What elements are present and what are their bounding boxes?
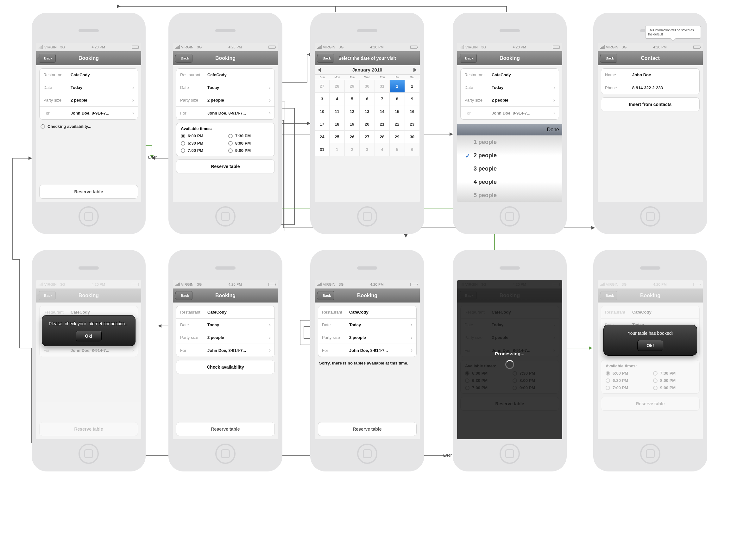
calendar-day[interactable]: 22 xyxy=(390,118,405,131)
calendar-day[interactable]: 6 xyxy=(360,93,374,105)
no-tables-message: Sorry, there is no tables available at t… xyxy=(318,360,417,367)
calendar-day[interactable]: 7 xyxy=(375,93,390,105)
calendar-day[interactable]: 26 xyxy=(345,131,360,143)
back-button[interactable]: Back xyxy=(175,54,192,63)
picker-option[interactable]: 1 people xyxy=(457,135,562,149)
calendar-day[interactable]: 9 xyxy=(405,93,420,105)
back-button[interactable]: Back xyxy=(317,291,334,300)
time-option[interactable]: 7:30 PM xyxy=(228,134,270,138)
calendar-day[interactable]: 19 xyxy=(345,118,360,131)
prev-month-button[interactable] xyxy=(318,68,321,72)
calendar-day[interactable]: 12 xyxy=(345,105,360,118)
back-button[interactable]: Back xyxy=(460,54,477,63)
calendar-day[interactable]: 5 xyxy=(345,93,360,105)
calendar-day[interactable]: 16 xyxy=(405,105,420,118)
reserve-button[interactable]: Reserve table xyxy=(39,185,138,199)
time-option[interactable]: 9:00 PM xyxy=(228,148,270,153)
calendar-day[interactable]: 28 xyxy=(375,131,390,143)
insert-from-contacts-button[interactable]: Insert from contacts xyxy=(601,97,700,111)
next-month-button[interactable] xyxy=(413,68,417,72)
calendar-day[interactable]: 4 xyxy=(375,143,390,156)
row-date[interactable]: DateToday› xyxy=(176,318,274,331)
calendar-day[interactable]: 8 xyxy=(390,93,405,105)
calendar-day[interactable]: 13 xyxy=(360,105,374,118)
calendar-day[interactable]: 18 xyxy=(329,118,344,131)
booking-form: RestaurantCafeCody DateToday› Party size… xyxy=(176,306,275,357)
calendar-day[interactable]: 31 xyxy=(315,143,329,156)
calendar-day[interactable]: 6 xyxy=(405,143,420,156)
row-party-size[interactable]: Party size2 people› xyxy=(40,94,138,107)
picker-option[interactable]: 3 people xyxy=(457,162,562,175)
calendar-day[interactable]: 15 xyxy=(390,105,405,118)
time-option[interactable]: 7:00 PM xyxy=(605,385,647,390)
done-button[interactable]: Done xyxy=(547,127,559,133)
calendar-day[interactable]: 3 xyxy=(360,143,374,156)
picker-option[interactable]: 2 people xyxy=(457,149,562,162)
check-availability-button[interactable]: Check availability xyxy=(176,360,275,374)
calendar-day[interactable]: 20 xyxy=(360,118,374,131)
row-date[interactable]: DateToday› xyxy=(318,318,416,331)
row-party-size[interactable]: Party size2 people› xyxy=(461,94,559,107)
calendar-day[interactable]: 25 xyxy=(329,131,344,143)
row-for[interactable]: ForJohn Doe, 8-914-7...› xyxy=(318,344,416,356)
calendar-day[interactable]: 14 xyxy=(375,105,390,118)
calendar-day[interactable]: 30 xyxy=(360,80,374,93)
ok-button[interactable]: Ok! xyxy=(76,331,101,341)
row-party-size[interactable]: Party size2 people› xyxy=(176,94,274,107)
back-button[interactable]: Back xyxy=(175,291,192,300)
row-date[interactable]: DateToday› xyxy=(461,81,559,94)
calendar-day[interactable]: 23 xyxy=(405,118,420,131)
back-button[interactable]: Back xyxy=(39,54,56,63)
picker-option[interactable]: 4 people xyxy=(457,175,562,188)
back-button[interactable]: Back xyxy=(317,54,334,63)
calendar-day[interactable]: 29 xyxy=(390,131,405,143)
ok-button[interactable]: Ok! xyxy=(637,340,663,351)
row-date[interactable]: DateToday› xyxy=(176,81,274,94)
time-option[interactable]: 6:30 PM xyxy=(181,141,223,146)
calendar-day[interactable]: 5 xyxy=(390,143,405,156)
time-option[interactable]: 7:30 PM xyxy=(653,371,695,376)
back-button[interactable]: Back xyxy=(39,291,56,300)
calendar-day[interactable]: 17 xyxy=(315,118,329,131)
row-for[interactable]: ForJohn Doe, 8-914-7...› xyxy=(176,107,274,119)
time-option[interactable]: 6:00 PM xyxy=(181,134,223,138)
time-option[interactable]: 8:00 PM xyxy=(653,378,695,383)
reserve-button[interactable]: Reserve table xyxy=(318,422,417,436)
time-option[interactable]: 6:30 PM xyxy=(605,378,647,383)
time-option[interactable]: 9:00 PM xyxy=(653,385,695,390)
row-party-size[interactable]: Party size2 people› xyxy=(176,331,274,344)
time-option[interactable]: 6:00 PM xyxy=(605,371,647,376)
calendar-day[interactable]: 24 xyxy=(315,131,329,143)
row-phone[interactable]: Phone8-914-322-2-233 xyxy=(601,81,699,94)
calendar-day[interactable]: 30 xyxy=(405,131,420,143)
calendar-day[interactable]: 1 xyxy=(390,80,405,93)
chevron-right-icon: › xyxy=(553,85,555,90)
calendar-day[interactable]: 3 xyxy=(315,93,329,105)
calendar-day[interactable]: 2 xyxy=(345,143,360,156)
calendar-day[interactable]: 4 xyxy=(329,93,344,105)
party-size-picker[interactable]: 1 people✓2 people3 people4 people5 peopl… xyxy=(457,135,562,202)
calendar-day[interactable]: 27 xyxy=(315,80,329,93)
row-date[interactable]: DateToday› xyxy=(40,81,138,94)
picker-option[interactable]: 5 people xyxy=(457,188,562,202)
row-for[interactable]: ForJohn Doe, 8-914-7...› xyxy=(461,107,559,119)
status-bar: VIRGIN 3G4:20 PM xyxy=(598,280,703,288)
calendar-day[interactable]: 2 xyxy=(405,80,420,93)
reserve-button[interactable]: Reserve table xyxy=(176,422,275,436)
reserve-button[interactable]: Reserve table xyxy=(176,159,275,173)
calendar-day[interactable]: 31 xyxy=(375,80,390,93)
time-option[interactable]: 7:00 PM xyxy=(181,148,223,153)
calendar-day[interactable]: 21 xyxy=(375,118,390,131)
calendar-day[interactable]: 29 xyxy=(345,80,360,93)
calendar-day[interactable]: 1 xyxy=(329,143,344,156)
row-party-size[interactable]: Party size2 people› xyxy=(318,331,416,344)
row-for[interactable]: ForJohn Doe, 8-914-7...› xyxy=(40,107,138,119)
row-name[interactable]: NameJohn Doe xyxy=(601,69,699,81)
back-button[interactable]: Back xyxy=(600,54,617,63)
calendar-day[interactable]: 11 xyxy=(329,105,344,118)
time-option[interactable]: 8:00 PM xyxy=(228,141,270,146)
calendar-day[interactable]: 10 xyxy=(315,105,329,118)
row-for[interactable]: ForJohn Doe, 8-914-7...› xyxy=(176,344,274,356)
calendar-day[interactable]: 28 xyxy=(329,80,344,93)
calendar-day[interactable]: 27 xyxy=(360,131,374,143)
